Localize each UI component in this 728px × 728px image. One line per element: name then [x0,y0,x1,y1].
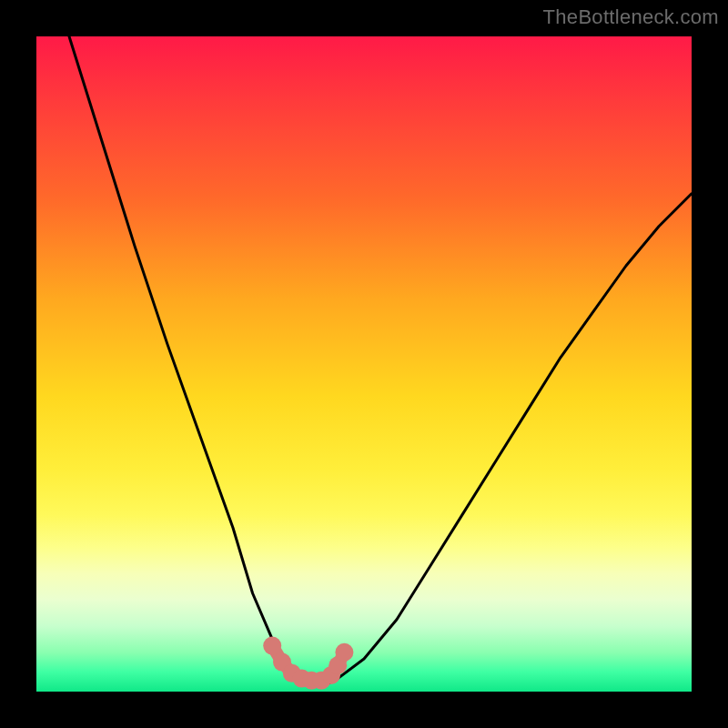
curve-path [69,36,692,685]
marker-dot [335,643,353,662]
chart-svg [36,36,692,692]
bottleneck-curve [69,36,692,685]
chart-frame: TheBottleneck.com [0,0,728,728]
plot-area [36,36,692,692]
highlight-markers [263,637,353,690]
watermark-text: TheBottleneck.com [543,5,719,29]
marker-dot [263,637,281,655]
